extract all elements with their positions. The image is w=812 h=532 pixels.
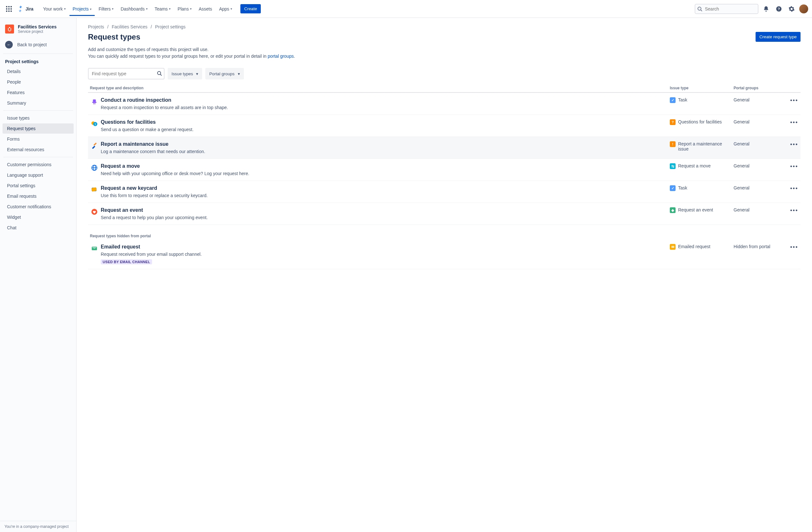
- svg-point-9: [698, 7, 701, 10]
- svg-rect-15: [93, 100, 96, 102]
- sidebar-item-language-support[interactable]: Language support: [2, 170, 74, 180]
- project-settings-title: Project settings: [0, 56, 76, 66]
- row-actions-button[interactable]: •••: [788, 97, 800, 104]
- row-actions-button[interactable]: •••: [788, 163, 800, 170]
- request-type-name[interactable]: Request an event: [101, 207, 657, 213]
- portal-groups-link[interactable]: portal groups: [268, 54, 294, 59]
- help-icon[interactable]: ?: [774, 4, 784, 14]
- sidebar-item-widget[interactable]: Widget: [2, 212, 74, 222]
- nav-item-your-work[interactable]: Your work▾: [40, 4, 69, 13]
- project-name: Facilities Services: [18, 24, 56, 29]
- issue-type-icon: !: [670, 141, 676, 147]
- request-type-description: Request received from your email support…: [101, 251, 657, 257]
- request-type-description: Send us a question or make a general req…: [101, 127, 657, 132]
- portal-groups-filter[interactable]: Portal groups ▾: [205, 68, 244, 80]
- sidebar-item-customer-notifications[interactable]: Customer notifications: [2, 202, 74, 212]
- sidebar-item-customer-permissions[interactable]: Customer permissions: [2, 159, 74, 170]
- jira-logo[interactable]: Jira: [15, 5, 35, 13]
- back-to-project-link[interactable]: ← Back to project: [0, 38, 76, 52]
- nav-item-projects[interactable]: Projects▾: [70, 2, 95, 16]
- nav-item-dashboards[interactable]: Dashboards▾: [117, 4, 151, 13]
- request-type-icon: [88, 97, 101, 105]
- row-actions-button[interactable]: •••: [788, 141, 800, 148]
- request-type-description: Need help with your upcoming office or d…: [101, 171, 657, 176]
- notifications-icon[interactable]: [761, 4, 771, 14]
- project-type: Service project: [18, 29, 56, 34]
- filter-label: Portal groups: [209, 71, 234, 76]
- col-header-request-type: Request type and description: [88, 86, 670, 90]
- sidebar-item-email-requests[interactable]: Email requests: [2, 191, 74, 201]
- sidebar-item-people[interactable]: People: [2, 77, 74, 87]
- issue-types-filter[interactable]: Issue types ▾: [168, 68, 202, 80]
- user-avatar[interactable]: [799, 4, 808, 13]
- nav-items: Your work▾Projects▾Filters▾Dashboards▾Te…: [40, 2, 235, 16]
- request-type-name[interactable]: Emailed request: [101, 244, 657, 250]
- svg-rect-8: [11, 11, 12, 12]
- chevron-down-icon: ▾: [196, 71, 198, 76]
- divider: [3, 54, 73, 54]
- issue-type-icon: ✉: [670, 244, 676, 250]
- row-actions-button[interactable]: •••: [788, 244, 800, 251]
- portal-group-cell: General: [734, 185, 788, 190]
- sidebar-item-details[interactable]: Details: [2, 66, 74, 76]
- row-actions-button[interactable]: •••: [788, 185, 800, 192]
- global-search[interactable]: [695, 4, 758, 14]
- chevron-down-icon: ▾: [112, 7, 114, 11]
- col-header-portal-groups: Portal groups: [734, 86, 788, 90]
- sidebar-item-forms[interactable]: Forms: [2, 134, 74, 144]
- create-button[interactable]: Create: [241, 4, 261, 13]
- sidebar-item-request-types[interactable]: Request types: [2, 124, 74, 134]
- row-actions-button[interactable]: •••: [788, 119, 800, 126]
- create-request-type-button[interactable]: Create request type: [756, 32, 800, 42]
- issue-type-cell: ◆Request an event: [670, 207, 734, 213]
- row-actions-button[interactable]: •••: [788, 207, 800, 214]
- issue-type-cell: !Report a maintenance issue: [670, 141, 734, 152]
- request-type-icon: [88, 163, 101, 172]
- global-search-input[interactable]: [695, 4, 758, 14]
- request-type-name[interactable]: Request a new keycard: [101, 185, 657, 191]
- sidebar-item-issue-types[interactable]: Issue types: [2, 113, 74, 123]
- issue-type-cell: ✓Task: [670, 97, 734, 103]
- find-request-type-input[interactable]: [88, 68, 164, 80]
- nav-item-teams[interactable]: Teams▾: [151, 4, 174, 13]
- svg-line-10: [701, 10, 702, 11]
- nav-item-filters[interactable]: Filters▾: [95, 4, 117, 13]
- request-type-description: Send a request to help you plan your upc…: [101, 215, 657, 220]
- settings-icon[interactable]: [786, 4, 797, 14]
- app-switcher-icon[interactable]: [4, 4, 14, 14]
- breadcrumb-item[interactable]: Projects: [88, 24, 104, 29]
- sidebar: Facilities Services Service project ← Ba…: [0, 18, 76, 532]
- request-type-name[interactable]: Questions for facilities: [101, 119, 657, 125]
- page-description: Add and customize the types of requests …: [88, 46, 800, 60]
- svg-text:?: ?: [778, 7, 780, 11]
- nav-item-plans[interactable]: Plans▾: [174, 4, 195, 13]
- channel-tag: USED BY EMAIL CHANNEL: [101, 259, 152, 264]
- chevron-down-icon: ▾: [238, 71, 240, 76]
- chevron-down-icon: ▾: [146, 7, 148, 11]
- chevron-down-icon: ▾: [169, 7, 171, 11]
- sidebar-item-portal-settings[interactable]: Portal settings: [2, 181, 74, 191]
- svg-rect-1: [8, 6, 10, 7]
- col-header-issue-type: Issue type: [670, 86, 734, 90]
- sidebar-item-features[interactable]: Features: [2, 87, 74, 98]
- nav-item-apps[interactable]: Apps▾: [216, 4, 235, 13]
- request-type-name[interactable]: Request a move: [101, 163, 657, 169]
- breadcrumb-item[interactable]: Facilities Services: [112, 24, 147, 29]
- issue-type-label: Task: [678, 97, 687, 102]
- sidebar-item-summary[interactable]: Summary: [2, 98, 74, 108]
- request-type-name[interactable]: Conduct a routine inspection: [101, 97, 657, 103]
- request-type-row: Conduct a routine inspectionRequest a ro…: [88, 93, 800, 115]
- find-request-type[interactable]: [88, 68, 164, 80]
- back-label: Back to project: [17, 42, 47, 47]
- nav-item-assets[interactable]: Assets: [195, 4, 215, 13]
- sidebar-item-external-resources[interactable]: External resources: [2, 144, 74, 155]
- svg-rect-6: [6, 11, 7, 12]
- project-header[interactable]: Facilities Services Service project: [0, 18, 76, 38]
- svg-point-13: [158, 71, 161, 75]
- sidebar-footer: You're in a company-managed project: [0, 521, 76, 532]
- request-type-name[interactable]: Report a maintenance issue: [101, 141, 657, 147]
- breadcrumb-item[interactable]: Project settings: [155, 24, 186, 29]
- svg-text:?: ?: [95, 123, 96, 126]
- sidebar-item-chat[interactable]: Chat: [2, 222, 74, 233]
- page-title: Request types: [88, 32, 140, 42]
